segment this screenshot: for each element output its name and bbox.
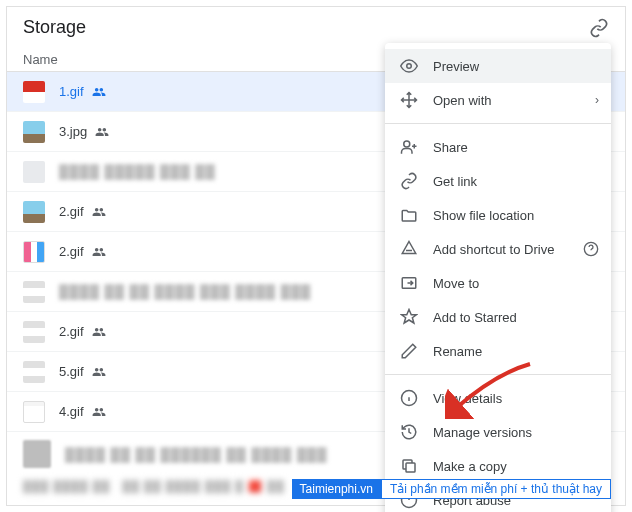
menu-label: Move to: [433, 276, 479, 291]
main-panel: Storage Name 1.gif 3.jpg ████ █████ ███ …: [6, 6, 626, 506]
menu-label: Show file location: [433, 208, 534, 223]
shared-icon: [92, 405, 106, 419]
footer-banner: Taimienphi.vn Tải phần mềm miễn phí + th…: [292, 479, 611, 499]
header: Storage: [7, 7, 625, 44]
folder-icon: [399, 205, 419, 225]
shared-icon: [92, 325, 106, 339]
link-icon: [399, 171, 419, 191]
shared-icon: [95, 125, 109, 139]
menu-manageversions[interactable]: Manage versions: [385, 415, 611, 449]
file-thumb-icon: [23, 241, 45, 263]
file-thumb-icon: [23, 121, 45, 143]
shared-icon: [92, 85, 106, 99]
menu-separator: [385, 123, 611, 124]
footer-slogan: Tải phần mềm miễn phí + thủ thuật hay: [381, 479, 611, 499]
menu-label: Rename: [433, 344, 482, 359]
svg-rect-5: [406, 463, 415, 472]
copy-icon: [399, 456, 419, 476]
menu-label: Add shortcut to Drive: [433, 242, 554, 257]
menu-moveto[interactable]: Move to: [385, 266, 611, 300]
menu-preview[interactable]: Preview: [385, 49, 611, 83]
pencil-icon: [399, 341, 419, 361]
menu-makecopy[interactable]: Make a copy: [385, 449, 611, 483]
svg-point-0: [407, 64, 412, 69]
file-thumb-icon: [23, 361, 45, 383]
menu-label: Manage versions: [433, 425, 532, 440]
file-thumb-icon: [23, 401, 45, 423]
footer-brand[interactable]: Taimienphi.vn: [292, 479, 381, 499]
menu-openwith[interactable]: Open with ›: [385, 83, 611, 117]
menu-showloc[interactable]: Show file location: [385, 198, 611, 232]
menu-addstarred[interactable]: Add to Starred: [385, 300, 611, 334]
menu-label: Open with: [433, 93, 492, 108]
file-name-blurred: ████ █████ ███ ██: [59, 164, 216, 179]
menu-label: Preview: [433, 59, 479, 74]
move-icon: [399, 90, 419, 110]
file-name: 2.gif: [59, 324, 84, 339]
file-name: 4.gif: [59, 404, 84, 419]
file-thumb-icon: [23, 201, 45, 223]
menu-label: Add to Starred: [433, 310, 517, 325]
file-name: 3.jpg: [59, 124, 87, 139]
menu-addshortcut[interactable]: Add shortcut to Drive: [385, 232, 611, 266]
menu-label: Get link: [433, 174, 477, 189]
chevron-right-icon: ›: [595, 93, 599, 107]
info-icon: [399, 388, 419, 408]
shared-icon: [92, 205, 106, 219]
file-name-blurred: ████ ██ ██ ████ ███ ████ ███: [59, 284, 311, 299]
menu-label: Share: [433, 140, 468, 155]
file-name-blurred: ████ ██ ██ ██████ ██ ████ ███: [65, 447, 328, 462]
file-thumb-icon: [23, 81, 45, 103]
drive-shortcut-icon: [399, 239, 419, 259]
star-icon: [399, 307, 419, 327]
annotation-arrow: [445, 359, 535, 419]
svg-point-1: [404, 141, 410, 147]
shared-icon: [92, 365, 106, 379]
history-icon: [399, 422, 419, 442]
file-name: 2.gif: [59, 204, 84, 219]
context-menu: Preview Open with › Share Get link Show …: [385, 43, 611, 512]
page-title: Storage: [23, 17, 86, 38]
file-name: 5.gif: [59, 364, 84, 379]
file-name: 2.gif: [59, 244, 84, 259]
menu-share[interactable]: Share: [385, 130, 611, 164]
person-add-icon: [399, 137, 419, 157]
menu-getlink[interactable]: Get link: [385, 164, 611, 198]
file-thumb-icon: [23, 440, 51, 468]
menu-label: Make a copy: [433, 459, 507, 474]
file-thumb-icon: [23, 281, 45, 303]
file-name: 1.gif: [59, 84, 84, 99]
help-icon[interactable]: [583, 241, 599, 257]
file-thumb-icon: [23, 161, 45, 183]
eye-icon: [399, 56, 419, 76]
file-thumb-icon: [23, 321, 45, 343]
shared-icon: [92, 245, 106, 259]
link-icon[interactable]: [589, 18, 609, 38]
moveto-icon: [399, 273, 419, 293]
